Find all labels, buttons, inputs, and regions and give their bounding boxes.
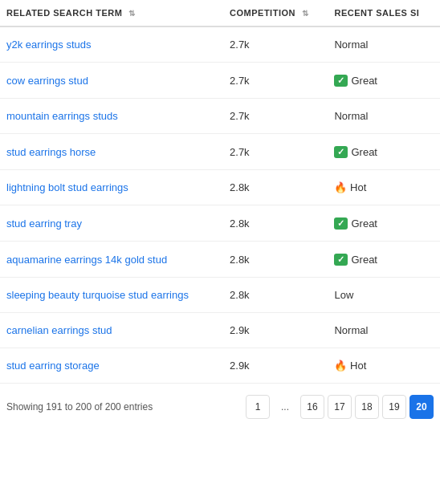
sales-badge: ✓ Great (334, 75, 377, 87)
checkmark-icon: ✓ (334, 75, 348, 87)
table-row: stud earring tray2.8k✓ Great (0, 205, 440, 242)
term-link[interactable]: carnelian earrings stud (6, 324, 112, 336)
table-row: lightning bolt stud earrings2.8k🔥 Hot (0, 170, 440, 205)
table-cell-competition: 2.8k (223, 242, 328, 278)
table-cell-competition: 2.9k (223, 348, 328, 384)
table-row: y2k earrings studs2.7kNormal (0, 26, 440, 63)
sort-icon-competition[interactable]: ⇅ (302, 9, 309, 18)
term-link[interactable]: aquamarine earrings 14k gold stud (6, 254, 167, 266)
sales-badge: Normal (334, 39, 368, 51)
table-cell-term: y2k earrings studs (0, 26, 223, 63)
table-cell-term: stud earring tray (0, 205, 223, 242)
term-link[interactable]: cow earrings stud (6, 75, 88, 87)
col-competition[interactable]: COMPETITION ⇅ (223, 0, 328, 26)
sales-badge: Low (334, 289, 353, 301)
page-button-1[interactable]: 1 (246, 395, 270, 419)
table-cell-term: carnelian earrings stud (0, 313, 223, 348)
table-row: stud earring storage2.9k🔥 Hot (0, 348, 440, 384)
pagination-row: Showing 191 to 200 of 200 entries 1...16… (0, 384, 440, 427)
col-related-search-term[interactable]: RELATED SEARCH TERM ⇅ (0, 0, 223, 26)
page-button-19[interactable]: 19 (382, 395, 406, 419)
term-link[interactable]: y2k earrings studs (6, 39, 92, 51)
main-table-container: RELATED SEARCH TERM ⇅ COMPETITION ⇅ RECE… (0, 0, 440, 384)
table-header-row: RELATED SEARCH TERM ⇅ COMPETITION ⇅ RECE… (0, 0, 440, 26)
table-cell-competition: 2.8k (223, 205, 328, 242)
table-row: stud earrings horse2.7k✓ Great (0, 134, 440, 170)
table-cell-sales: ✓ Great (328, 205, 440, 242)
table-cell-sales: ✓ Great (328, 242, 440, 278)
table-cell-competition: 2.9k (223, 313, 328, 348)
search-terms-table: RELATED SEARCH TERM ⇅ COMPETITION ⇅ RECE… (0, 0, 440, 384)
table-cell-term: stud earrings horse (0, 134, 223, 170)
col-recent-sales: RECENT SALES SI (328, 0, 440, 26)
table-cell-term: mountain earrings studs (0, 99, 223, 134)
table-cell-competition: 2.7k (223, 99, 328, 134)
sales-badge: 🔥 Hot (334, 360, 366, 372)
table-cell-term: cow earrings stud (0, 63, 223, 99)
table-body: y2k earrings studs2.7kNormalcow earrings… (0, 26, 440, 384)
table-cell-competition: 2.8k (223, 278, 328, 313)
table-cell-competition: 2.8k (223, 170, 328, 205)
table-cell-competition: 2.7k (223, 26, 328, 63)
term-link[interactable]: sleeping beauty turquoise stud earrings (6, 289, 189, 301)
page-button-18[interactable]: 18 (355, 395, 379, 419)
pagination-ellipsis: ... (273, 395, 297, 419)
table-row: aquamarine earrings 14k gold stud2.8k✓ G… (0, 242, 440, 278)
col-label-term: RELATED SEARCH TERM (6, 8, 122, 18)
pagination-controls: 1...1617181920 (246, 395, 434, 419)
checkmark-icon: ✓ (334, 217, 348, 230)
table-row: carnelian earrings stud2.9kNormal (0, 313, 440, 348)
table-cell-sales: Normal (328, 26, 440, 63)
table-cell-sales: ✓ Great (328, 134, 440, 170)
page-button-20[interactable]: 20 (409, 395, 434, 419)
checkmark-icon: ✓ (334, 254, 348, 266)
sales-badge: ✓ Great (334, 146, 377, 158)
table-cell-sales: Normal (328, 99, 440, 134)
sales-badge: ✓ Great (334, 254, 377, 266)
sales-badge: ✓ Great (334, 217, 377, 230)
sort-icon-term[interactable]: ⇅ (128, 9, 136, 18)
col-label-competition: COMPETITION (230, 8, 295, 18)
sales-badge: Normal (334, 110, 368, 122)
term-link[interactable]: mountain earrings studs (6, 110, 118, 122)
table-cell-sales: 🔥 Hot (328, 170, 440, 205)
term-link[interactable]: stud earrings horse (6, 146, 96, 158)
table-cell-sales: Low (328, 278, 440, 313)
table-cell-competition: 2.7k (223, 134, 328, 170)
table-row: sleeping beauty turquoise stud earrings2… (0, 278, 440, 313)
sales-badge: Normal (334, 324, 368, 336)
page-button-16[interactable]: 16 (300, 395, 324, 419)
table-row: cow earrings stud2.7k✓ Great (0, 63, 440, 99)
term-link[interactable]: lightning bolt stud earrings (6, 181, 128, 193)
sales-badge: 🔥 Hot (334, 181, 366, 193)
table-cell-sales: ✓ Great (328, 63, 440, 99)
col-label-sales: RECENT SALES SI (334, 8, 419, 18)
table-cell-competition: 2.7k (223, 63, 328, 99)
term-link[interactable]: stud earring tray (6, 217, 82, 230)
term-link[interactable]: stud earring storage (6, 360, 100, 372)
table-cell-term: sleeping beauty turquoise stud earrings (0, 278, 223, 313)
table-row: mountain earrings studs2.7kNormal (0, 99, 440, 134)
table-cell-term: lightning bolt stud earrings (0, 170, 223, 205)
page-button-17[interactable]: 17 (328, 395, 352, 419)
table-cell-sales: Normal (328, 313, 440, 348)
table-cell-term: aquamarine earrings 14k gold stud (0, 242, 223, 278)
table-cell-sales: 🔥 Hot (328, 348, 440, 384)
checkmark-icon: ✓ (334, 146, 348, 158)
table-cell-term: stud earring storage (0, 348, 223, 384)
showing-text: Showing 191 to 200 of 200 entries (6, 400, 153, 414)
